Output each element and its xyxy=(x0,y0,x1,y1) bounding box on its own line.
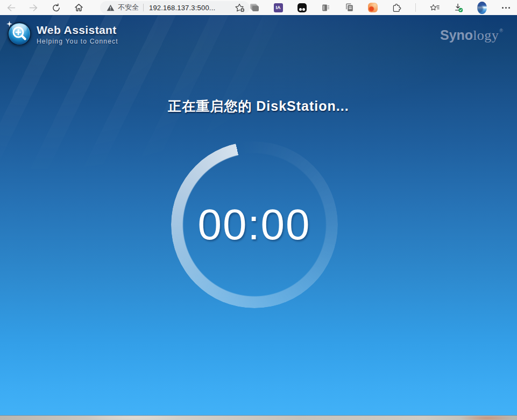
tab-cards-button[interactable] xyxy=(250,3,259,12)
more-menu-dots-icon xyxy=(502,7,510,9)
web-assistant-logo xyxy=(8,22,31,46)
black-dots-extension-icon xyxy=(298,3,307,12)
browser-toolbar: 不安全 192.168.137.3:500... IA xyxy=(0,0,517,15)
copy-pages-extension-button[interactable] xyxy=(344,3,354,12)
web-assistant-page: Web Assistant Helping You to Connect Syn… xyxy=(0,15,517,416)
extensions-puzzle-icon xyxy=(392,3,401,12)
reader-extension-button[interactable] xyxy=(321,3,330,12)
address-separator xyxy=(143,4,144,11)
brand-registered-mark: ® xyxy=(499,28,503,33)
tab-cards-icon xyxy=(250,4,259,11)
extensions-row: IA xyxy=(250,0,517,15)
countdown-timer: 00:00 xyxy=(171,141,338,308)
app-subtitle: Helping You to Connect xyxy=(37,38,118,45)
restart-status-title: 正在重启您的 DiskStation... xyxy=(0,97,517,115)
copy-pages-icon xyxy=(345,3,354,12)
favorites-hub-star-icon xyxy=(430,3,440,12)
desktop-edge-strip xyxy=(0,416,517,420)
black-dots-extension-button[interactable] xyxy=(297,3,307,12)
address-bar[interactable]: 不安全 192.168.137.3:500... xyxy=(100,1,250,14)
brand-syno: Syno xyxy=(440,27,473,42)
screen: 不安全 192.168.137.3:500... IA xyxy=(0,0,517,420)
orange-dot-extension-button[interactable] xyxy=(368,3,378,12)
download-check-icon xyxy=(454,3,463,13)
profile-button[interactable] xyxy=(477,3,487,12)
toolbar-separator xyxy=(415,3,416,12)
more-menu-button[interactable] xyxy=(501,3,511,12)
restart-countdown-spinner: 00:00 xyxy=(171,141,338,308)
synology-logo: Synology® xyxy=(440,22,503,44)
forward-icon xyxy=(29,4,38,12)
downloads-button[interactable] xyxy=(454,3,463,12)
brand-logy: logy xyxy=(473,27,499,43)
home-button[interactable] xyxy=(73,2,84,13)
profile-avatar xyxy=(477,2,487,14)
home-icon xyxy=(74,3,83,12)
app-title: Web Assistant xyxy=(37,24,118,37)
reader-book-icon xyxy=(321,4,330,12)
extensions-menu-button[interactable] xyxy=(392,3,401,12)
url-text[interactable]: 192.168.137.3:500... xyxy=(149,4,215,12)
forward-button[interactable] xyxy=(28,2,39,13)
web-assistant-header: Web Assistant Helping You to Connect Syn… xyxy=(8,22,503,46)
ia-extension-button[interactable]: IA xyxy=(273,3,283,12)
refresh-icon xyxy=(52,3,61,12)
favorite-add-star-icon[interactable] xyxy=(235,3,245,12)
security-label[interactable]: 不安全 xyxy=(118,3,139,12)
favorites-hub-button[interactable] xyxy=(430,3,440,12)
ia-extension-icon: IA xyxy=(274,3,283,12)
web-assistant-titles: Web Assistant Helping You to Connect xyxy=(37,22,118,45)
magnifier-plus-icon xyxy=(8,22,31,46)
orange-dot-extension-icon xyxy=(368,3,378,12)
back-icon xyxy=(6,4,16,12)
refresh-button[interactable] xyxy=(51,2,61,13)
warning-triangle-icon[interactable] xyxy=(107,4,115,11)
back-button[interactable] xyxy=(5,2,16,13)
